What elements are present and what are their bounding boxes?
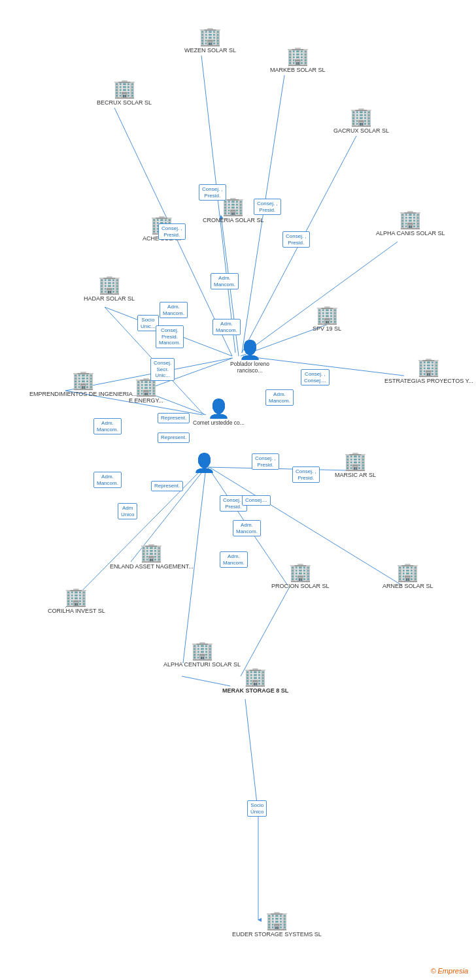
label-spv19: SPV 19 SL	[313, 325, 341, 333]
node-emprendimientos[interactable]: 🏢 EMPRENDIMIENTOS DE INGENIERIA...	[29, 371, 137, 398]
role-badge-r15[interactable]: Adm.Mancom.	[94, 418, 122, 434]
role-badge-r5[interactable]: Adm.Mancom.	[211, 273, 239, 289]
node-wezen[interactable]: 🏢 WEZEN SOLAR SL	[184, 27, 236, 54]
label-markeb: MARKEB SOLAR SL	[270, 67, 326, 74]
role-badge-r20[interactable]: Consej. ,Presid.	[292, 466, 320, 483]
building-icon-wezen: 🏢	[199, 27, 222, 46]
building-icon-procion: 🏢	[289, 563, 312, 581]
node-gacrux[interactable]: 🏢 GACRUX SOLAR SL	[333, 108, 389, 135]
role-badge-r1[interactable]: Consej. ,Presid.	[199, 184, 226, 201]
node-e-energy[interactable]: 🏢 E ENERGY...	[129, 378, 163, 404]
role-badge-r18[interactable]: Represent.	[151, 481, 183, 491]
person-2[interactable]: 👤 Comet urstedde co...	[193, 400, 245, 426]
role-badge-r24[interactable]: Adm.Mancom.	[220, 551, 248, 568]
node-arneb[interactable]: 🏢 ARNEB SOLAR SL	[382, 563, 434, 590]
label-emprendimientos: EMPRENDIMIENTOS DE INGENIERIA...	[29, 391, 137, 398]
label-croneria: CRONERIA SOLAR SL	[203, 217, 264, 224]
building-icon-enland: 🏢	[140, 544, 163, 562]
role-badge-r25[interactable]: SocioÚnico	[247, 800, 267, 817]
building-icon-corilha: 🏢	[65, 588, 88, 606]
role-badge-r10[interactable]: Consej.Secr.Unic...	[150, 358, 175, 381]
building-icon-arneb: 🏢	[396, 563, 419, 581]
role-badge-r13[interactable]: Consej. ,Consej....	[301, 369, 330, 385]
role-badge-r6[interactable]: Adm.Mancom.	[160, 302, 188, 318]
role-badge-r9[interactable]: Adm.Mancom.	[212, 319, 241, 335]
role-badge-r12[interactable]: Represent.	[158, 433, 190, 443]
label-euder: EUDER STORAGE SYSTEMS SL	[232, 931, 322, 938]
watermark: © Empresia	[430, 967, 468, 975]
node-alpha-centuri[interactable]: 🏢 ALPHA CENTURI SOLAR SL	[163, 642, 241, 668]
building-icon-merak: 🏢	[244, 668, 267, 686]
building-icon-marsic: 🏢	[344, 452, 367, 470]
building-icon-hadar: 🏢	[98, 276, 121, 294]
person-1[interactable]: 👤 Poblador loreno rancisco...	[224, 341, 276, 374]
label-becrux: BECRUX SOLAR SL	[97, 99, 152, 106]
role-badge-r4[interactable]: Consej. ,Presid.	[158, 223, 186, 240]
building-icon-spv19: 🏢	[316, 306, 339, 324]
node-procion[interactable]: 🏢 PROCION SOLAR SL	[271, 563, 330, 590]
label-wezen: WEZEN SOLAR SL	[184, 47, 236, 54]
person-3[interactable]: 👤	[193, 454, 216, 472]
label-merak: MERAK STORAGE 8 SL	[222, 687, 288, 694]
label-procion: PROCION SOLAR SL	[271, 583, 330, 590]
label-alpha-centuri: ALPHA CENTURI SOLAR SL	[163, 661, 241, 668]
node-merak[interactable]: 🏢 MERAK STORAGE 8 SL	[222, 668, 288, 694]
building-icon-estrategias: 🏢	[417, 358, 440, 376]
label-marsic: MARSIC AR SL	[335, 472, 376, 479]
role-badge-r11[interactable]: Represent.	[158, 413, 190, 423]
node-corilha[interactable]: 🏢 CORILHA INVEST SL	[48, 588, 105, 615]
person-icon-3: 👤	[193, 454, 216, 472]
connection-lines	[0, 0, 476, 980]
label-alpha-canis: ALPHA CANIS SOLAR SL	[376, 230, 445, 237]
node-estrategias[interactable]: 🏢 ESTRATEGIAS PROYECTOS Y...	[384, 358, 473, 385]
node-markeb[interactable]: 🏢 MARKEB SOLAR SL	[270, 47, 326, 74]
building-icon-gacrux: 🏢	[350, 108, 373, 126]
building-icon-alpha-canis: 🏢	[399, 210, 422, 229]
role-badge-r2[interactable]: Consej. ,Presid.	[254, 199, 281, 215]
person-icon-1: 👤	[239, 341, 262, 359]
role-badge-r14[interactable]: Adm.Mancom.	[265, 389, 294, 406]
building-icon-becrux: 🏢	[113, 80, 136, 98]
svg-line-23	[241, 587, 290, 676]
label-estrategias: ESTRATEGIAS PROYECTOS Y...	[384, 378, 473, 385]
role-badge-r19[interactable]: Consej. ,Presid.	[252, 453, 279, 470]
label-corilha: CORILHA INVEST SL	[48, 608, 105, 615]
role-badge-r3[interactable]: Consej. ,Presid.	[282, 231, 310, 248]
node-hadar[interactable]: 🏢 HADAR SOLAR SL	[84, 276, 135, 302]
label-enland: ENLAND ASSET NAGEMENT...	[110, 563, 194, 570]
role-badge-r17[interactable]: AdmUnico	[118, 503, 137, 519]
node-becrux[interactable]: 🏢 BECRUX SOLAR SL	[97, 80, 152, 106]
node-alpha-canis[interactable]: 🏢 ALPHA CANIS SOLAR SL	[376, 210, 445, 237]
graph-container: 🏢 MERAK STORAGE 8 SL 🏢 WEZEN SOLAR SL 🏢 …	[0, 0, 476, 980]
role-badge-r23[interactable]: Adm.Mancom.	[233, 520, 261, 536]
node-enland[interactable]: 🏢 ENLAND ASSET NAGEMENT...	[110, 544, 194, 570]
svg-line-20	[245, 699, 258, 815]
label-hadar: HADAR SOLAR SL	[84, 295, 135, 302]
label-e-energy: E ENERGY...	[129, 397, 163, 404]
node-marsic[interactable]: 🏢 MARSIC AR SL	[335, 452, 376, 479]
person-icon-2: 👤	[207, 400, 230, 418]
node-euder[interactable]: 🏢 EUDER STORAGE SYSTEMS SL	[232, 911, 322, 938]
role-badge-r16[interactable]: Adm.Mancom.	[94, 472, 122, 488]
role-badge-r8[interactable]: Consej.Presid.Mancom.	[156, 325, 184, 348]
person-label-2: Comet urstedde co...	[193, 419, 245, 426]
svg-line-5	[245, 242, 398, 353]
person-label-1: Poblador loreno rancisco...	[224, 361, 276, 374]
building-icon-markeb: 🏢	[286, 47, 309, 65]
label-gacrux: GACRUX SOLAR SL	[333, 127, 389, 135]
building-icon-alpha-centuri: 🏢	[191, 642, 214, 660]
building-icon-euder: 🏢	[265, 911, 288, 930]
label-arneb: ARNEB SOLAR SL	[382, 583, 434, 590]
building-icon-emprendimientos: 🏢	[72, 371, 95, 389]
node-spv19[interactable]: 🏢 SPV 19 SL	[313, 306, 341, 333]
role-badge-r22[interactable]: Consej....	[242, 495, 271, 506]
